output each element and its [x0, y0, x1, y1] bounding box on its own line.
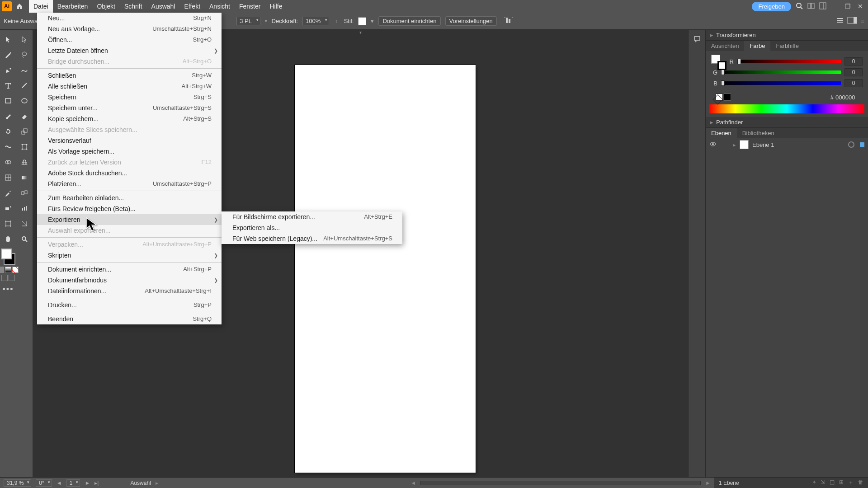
shape-builder-tool-icon[interactable]: [1, 155, 15, 169]
gradient-tool-icon[interactable]: [18, 171, 31, 184]
opacity-dropdown[interactable]: 100%: [302, 17, 329, 25]
panel-toggle-icon[interactable]: [836, 17, 844, 25]
eyedropper-tool-icon[interactable]: [1, 186, 15, 200]
menu-item[interactable]: SchließenStrg+W: [37, 70, 222, 81]
pen-tool-icon[interactable]: [1, 63, 15, 77]
submenu-item[interactable]: Für Web speichern (Legacy)...Alt+Umschal…: [222, 233, 402, 244]
artboard[interactable]: [295, 65, 476, 473]
zoom-tool-icon[interactable]: [18, 232, 31, 246]
visibility-eye-icon[interactable]: [709, 141, 717, 149]
window-minimize-icon[interactable]: —: [831, 2, 839, 10]
align-to-icon[interactable]: [504, 17, 513, 25]
document-setup-button[interactable]: Dokument einrichten: [378, 16, 440, 26]
search-icon[interactable]: [796, 2, 803, 11]
color-mode-toggles[interactable]: [0, 267, 19, 273]
eraser-tool-icon[interactable]: [18, 109, 31, 123]
b-slider[interactable]: [721, 81, 841, 85]
mesh-tool-icon[interactable]: [1, 171, 15, 184]
blend-tool-icon[interactable]: [18, 186, 31, 200]
menu-item[interactable]: Exportieren❯: [37, 214, 222, 225]
width-tool-icon[interactable]: [1, 140, 15, 154]
submenu-item[interactable]: Exportieren als...: [222, 222, 402, 233]
scale-tool-icon[interactable]: [18, 125, 31, 138]
r-slider[interactable]: [737, 60, 841, 63]
g-slider[interactable]: [721, 70, 841, 74]
horizontal-scrollbar[interactable]: [420, 481, 701, 485]
home-icon[interactable]: [14, 1, 24, 11]
tab-ausrichten[interactable]: Ausrichten: [706, 41, 744, 51]
panel-collapse-arrow-icon[interactable]: ▾: [359, 30, 362, 35]
fill-stroke-proxy[interactable]: [1, 249, 15, 265]
collect-export-icon[interactable]: ⇲: [821, 479, 825, 487]
menu-item[interactable]: Dokumentfarbmodus❯: [37, 275, 222, 286]
layer-name[interactable]: Ebene 1: [752, 141, 774, 148]
menu-item[interactable]: Neu aus Vorlage...Umschalttaste+Strg+N: [37, 23, 222, 34]
screen-mode-toggles[interactable]: [1, 275, 15, 281]
menu-item[interactable]: Speichern unter...Umschalttaste+Strg+S: [37, 103, 222, 113]
artboard-nav-dropdown[interactable]: 1: [66, 479, 80, 487]
r-value[interactable]: 0: [844, 57, 863, 66]
delete-layer-icon[interactable]: 🗑: [858, 479, 863, 487]
menu-item[interactable]: Dokument einrichten...Alt+Strg+P: [37, 264, 222, 275]
rotate-tool-icon[interactable]: [1, 125, 15, 138]
g-value[interactable]: 0: [844, 68, 863, 76]
menu-item[interactable]: Platzieren...Umschalttaste+Strg+P: [37, 178, 222, 189]
menu-item[interactable]: Dateiinformationen...Alt+Umschalttaste+S…: [37, 286, 222, 296]
zoom-dropdown[interactable]: 31,9 %: [4, 479, 31, 487]
slice-tool-icon[interactable]: [18, 217, 31, 230]
style-swatch[interactable]: [358, 17, 366, 25]
menu-item[interactable]: Zum Bearbeiten einladen...: [37, 192, 222, 203]
layer-target-icon[interactable]: [848, 141, 854, 148]
menu-bearbeiten[interactable]: Bearbeiten: [53, 0, 93, 13]
hex-value[interactable]: 000000: [835, 94, 863, 101]
menu-item[interactable]: Kopie speichern...Alt+Strg+S: [37, 113, 222, 124]
submenu-item[interactable]: Für Bildschirme exportieren...Alt+Strg+E: [222, 211, 402, 222]
perspective-grid-tool-icon[interactable]: [18, 155, 31, 169]
magic-wand-tool-icon[interactable]: [1, 48, 15, 61]
menu-item[interactable]: Letzte Dateien öffnen❯: [37, 45, 222, 56]
color-spectrum[interactable]: [709, 104, 864, 113]
menu-ansicht[interactable]: Ansicht: [205, 0, 235, 13]
menu-fenster[interactable]: Fenster: [235, 0, 265, 13]
window-close-icon[interactable]: ✕: [856, 2, 864, 10]
stroke-weight-dropdown[interactable]: 3 Pt.: [236, 17, 260, 25]
rotate-dropdown[interactable]: 0°: [36, 479, 52, 487]
share-button[interactable]: Freigeben: [752, 2, 791, 11]
artboard-tool-icon[interactable]: [1, 217, 15, 230]
type-tool-icon[interactable]: [1, 79, 15, 92]
hand-tool-icon[interactable]: [1, 232, 15, 246]
menu-item[interactable]: BeendenStrg+Q: [37, 314, 222, 324]
menu-item[interactable]: Versionsverlauf: [37, 135, 222, 146]
menu-item[interactable]: Alle schließenAlt+Strg+W: [37, 81, 222, 92]
locate-layer-icon[interactable]: ⌖: [813, 479, 816, 487]
menu-item[interactable]: Drucken...Strg+P: [37, 300, 222, 310]
menu-item[interactable]: Öffnen...Strg+O: [37, 34, 222, 45]
menu-item[interactable]: SpeichernStrg+S: [37, 92, 222, 103]
menu-item[interactable]: Adobe Stock durchsuchen...: [37, 168, 222, 178]
panel-dock-icon[interactable]: [847, 17, 857, 25]
preferences-button[interactable]: Voreinstellungen: [445, 16, 497, 26]
menu-auswahl[interactable]: Auswahl: [147, 0, 180, 13]
transform-panel-header[interactable]: ▸ Transformieren: [706, 30, 868, 41]
make-clipping-mask-icon[interactable]: ◫: [830, 479, 835, 487]
menu-datei[interactable]: Datei: [29, 0, 53, 13]
menu-effekt[interactable]: Effekt: [179, 0, 205, 13]
tab-ebenen[interactable]: Ebenen: [706, 128, 737, 138]
menu-item[interactable]: Neu...Strg+N: [37, 13, 222, 23]
none-bw-swatches[interactable]: [711, 94, 731, 101]
tab-farbhilfe[interactable]: Farbhilfe: [770, 41, 804, 51]
menu-hilfe[interactable]: Hilfe: [265, 0, 287, 13]
window-restore-icon[interactable]: ❐: [844, 2, 852, 10]
selection-tool-icon[interactable]: [1, 33, 15, 46]
pathfinder-panel-header[interactable]: ▸ Pathfinder: [706, 117, 868, 128]
new-layer-icon[interactable]: ＋: [848, 479, 854, 487]
layer-row[interactable]: ▸ Ebene 1: [706, 138, 868, 151]
lasso-tool-icon[interactable]: [18, 48, 31, 61]
menu-schrift[interactable]: Schrift: [120, 0, 147, 13]
menu-objekt[interactable]: Objekt: [92, 0, 119, 13]
tab-farbe[interactable]: Farbe: [744, 41, 770, 51]
panel-menu-icon[interactable]: ≡: [861, 18, 864, 24]
direct-selection-tool-icon[interactable]: [18, 33, 31, 46]
column-graph-tool-icon[interactable]: [18, 202, 31, 215]
menu-item[interactable]: Fürs Review freigeben (Beta)...: [37, 203, 222, 214]
